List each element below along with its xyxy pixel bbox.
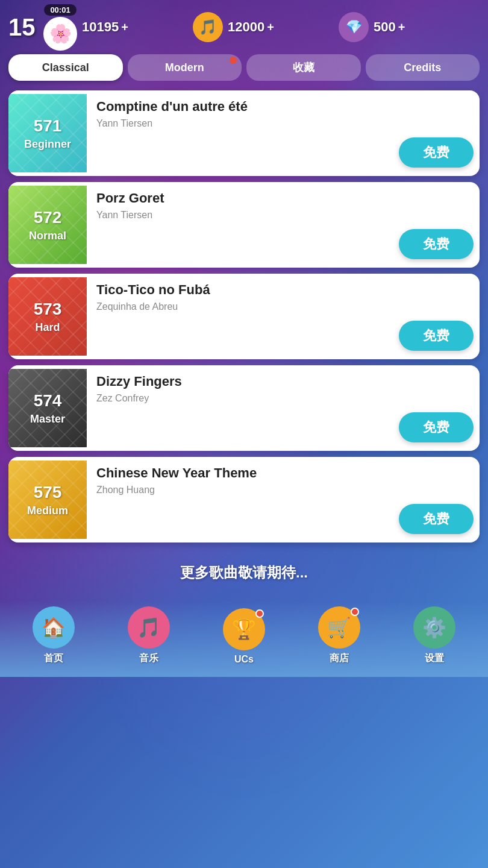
song-title-4: Dizzy Fingers [96,374,474,389]
cherry-score-group: 10195 + [82,19,188,35]
diamond-plus: + [398,20,405,34]
tab-collect[interactable]: 收藏 [246,54,361,81]
song-card-4: 574MasterDizzy FingersZez Confrey免费 [8,365,480,451]
nav-item-shop[interactable]: 🛒商店 [318,606,360,665]
note-score-group: 12000 + [228,19,334,35]
song-artist-1: Yann Tiersen [96,118,474,129]
diamond-score-group: 500 + [374,19,480,35]
song-info-3: Tico-Tico no FubáZequinha de Abreu免费 [87,274,480,359]
difficulty-label-2: Normal [29,230,66,242]
song-card-5: 575MediumChinese New Year ThemeZhong Hua… [8,457,480,542]
song-number-4: 574 [34,391,62,410]
note-score: 12000 [228,19,264,35]
timer-container: 00:01 🌸 [43,4,77,51]
level-badge: 15 [8,14,39,41]
song-number-5: 575 [34,483,62,502]
song-thumbnail-2: 572Normal [8,186,87,264]
free-button-1[interactable]: 免费 [399,137,474,168]
nav-dot-uc [255,609,264,618]
nav-label-shop: 商店 [330,652,349,665]
tab-credits[interactable]: Credits [366,54,480,81]
song-card-3: 573HardTico-Tico no FubáZequinha de Abre… [8,274,480,359]
nav-item-home[interactable]: 🏠首页 [33,606,75,665]
song-artist-3: Zequinha de Abreu [96,301,474,312]
song-artist-5: Zhong Huang [96,485,474,495]
song-artist-4: Zez Confrey [96,393,474,404]
note-icon: 🎵 [193,12,223,42]
song-thumbnail-1: 571Beginner [8,94,87,172]
difficulty-label-4: Master [30,413,65,426]
song-number-2: 572 [34,208,62,227]
difficulty-label-5: Medium [27,505,68,517]
song-number-3: 573 [34,300,62,319]
free-button-3[interactable]: 免费 [399,321,474,351]
nav-icon-settings: ⚙️ [413,606,455,649]
song-thumbnail-3: 573Hard [8,277,87,356]
nav-icon-home: 🏠 [33,606,75,649]
song-title-5: Chinese New Year Theme [96,465,474,481]
nav-item-settings[interactable]: ⚙️设置 [413,606,455,665]
cherry-icon: 🌸 [43,17,77,51]
nav-label-uc: UCs [234,654,254,665]
song-card-1: 571BeginnerComptine d'un autre étéYann T… [8,90,480,176]
nav-label-home: 首页 [44,652,63,665]
free-button-2[interactable]: 免费 [399,229,474,259]
song-title-3: Tico-Tico no Fubá [96,282,474,298]
nav-item-music[interactable]: 🎵音乐 [128,606,170,665]
diamond-score: 500 [374,19,396,35]
tabs-container: ClassicalModern收藏Credits [0,54,488,88]
difficulty-label-1: Beginner [24,138,71,151]
difficulty-label-3: Hard [35,321,60,334]
more-songs-text: 更多歌曲敬请期待... [0,545,488,594]
song-info-4: Dizzy FingersZez Confrey免费 [87,365,480,451]
song-artist-2: Yann Tiersen [96,210,474,221]
song-thumbnail-4: 574Master [8,369,87,447]
nav-icon-music: 🎵 [128,606,170,649]
nav-label-settings: 设置 [425,652,444,665]
nav-icon-shop: 🛒 [318,606,360,649]
timer-display: 00:01 [44,4,76,16]
song-info-5: Chinese New Year ThemeZhong Huang免费 [87,457,480,542]
nav-item-uc[interactable]: 🏆UCs [223,608,265,665]
tab-notification-dot [230,57,237,64]
song-number-1: 571 [34,116,62,136]
free-button-4[interactable]: 免费 [399,412,474,442]
nav-icon-uc: 🏆 [223,608,265,650]
diamond-icon: 💎 [339,12,369,42]
tab-classical[interactable]: Classical [8,54,123,81]
free-button-5[interactable]: 免费 [399,504,474,534]
nav-dot-shop [351,608,359,616]
nav-label-music: 音乐 [139,652,158,665]
note-plus: + [267,20,274,34]
song-title-2: Porz Goret [96,190,474,206]
cherry-score: 10195 [82,19,119,35]
top-bar: 15 00:01 🌸 10195 + 🎵 12000 + 💎 500 + [0,0,488,54]
bottom-nav: 🏠首页🎵音乐🏆UCs🛒商店⚙️设置 [0,600,488,677]
song-info-2: Porz GoretYann Tiersen免费 [87,182,480,268]
cherry-plus: + [121,20,128,34]
song-card-2: 572NormalPorz GoretYann Tiersen免费 [8,182,480,268]
song-title-1: Comptine d'un autre été [96,99,474,115]
song-list: 571BeginnerComptine d'un autre étéYann T… [0,88,488,545]
tab-modern[interactable]: Modern [128,54,242,81]
song-thumbnail-5: 575Medium [8,461,87,539]
song-info-1: Comptine d'un autre étéYann Tiersen免费 [87,90,480,176]
